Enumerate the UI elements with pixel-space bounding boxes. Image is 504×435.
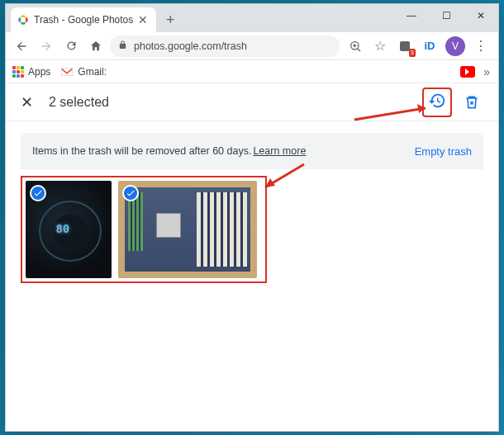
browser-tab[interactable]: Trash - Google Photos ✕ [11, 7, 156, 32]
maximize-button[interactable]: ☐ [429, 4, 464, 27]
apps-bookmark[interactable]: Apps [12, 66, 50, 78]
gmail-icon [60, 67, 74, 77]
bookmarks-overflow-icon[interactable]: » [483, 65, 490, 78]
tab-title: Trash - Google Photos [34, 14, 133, 26]
browser-menu-button[interactable]: ⋮ [472, 38, 490, 54]
apps-grid-icon [12, 66, 24, 78]
forward-button[interactable] [36, 35, 57, 57]
apps-label: Apps [28, 66, 50, 78]
selection-count-text: 2 selected [49, 95, 422, 110]
photo-thumbnail-1[interactable] [26, 181, 112, 278]
lock-icon [118, 40, 127, 51]
photo-thumbnail-2[interactable] [118, 181, 257, 278]
gmail-label: Gmail: [78, 66, 107, 78]
profile-avatar[interactable]: V [445, 36, 465, 56]
back-button[interactable] [11, 35, 32, 57]
browser-window: Trash - Google Photos ✕ + — ☐ ✕ photos.g… [5, 3, 499, 432]
minimize-button[interactable]: — [394, 4, 429, 27]
avatar-initial: V [452, 40, 459, 52]
close-selection-button[interactable]: ✕ [21, 93, 40, 111]
photo-grid-selection [21, 176, 267, 283]
notice-message: Items in the trash will be removed after… [32, 145, 251, 157]
url-text: photos.google.com/trash [134, 40, 247, 52]
zoom-indicator-icon[interactable] [346, 37, 364, 55]
window-controls: — ☐ ✕ [394, 4, 498, 27]
bookmarks-bar: Apps Gmail: » [6, 60, 498, 83]
reload-button[interactable] [60, 35, 82, 57]
url-field[interactable]: photos.google.com/trash [110, 35, 340, 57]
photo-content-motherboard [118, 181, 257, 278]
youtube-bookmark-icon[interactable] [460, 66, 475, 78]
content-area: Items in the trash will be removed after… [6, 121, 498, 431]
close-window-button[interactable]: ✕ [464, 4, 498, 27]
google-photos-favicon-icon [17, 14, 29, 26]
trash-notice-bar: Items in the trash will be removed after… [21, 133, 483, 169]
restore-icon [428, 92, 446, 113]
bookmark-star-icon[interactable]: ☆ [371, 37, 389, 55]
selection-check-icon[interactable] [122, 185, 139, 201]
svg-line-1 [358, 48, 360, 50]
titlebar: Trash - Google Photos ✕ + — ☐ ✕ [6, 4, 498, 32]
empty-trash-button[interactable]: Empty trash [415, 145, 472, 158]
learn-more-link[interactable]: Learn more [253, 145, 306, 157]
home-button[interactable] [85, 35, 107, 57]
address-right-controls: ☆ 3 iD V ⋮ [343, 36, 493, 56]
selection-check-icon[interactable] [30, 185, 46, 201]
restore-button[interactable] [422, 87, 452, 117]
new-tab-button[interactable]: + [159, 9, 181, 31]
gmail-bookmark[interactable]: Gmail: [60, 66, 107, 78]
address-bar: photos.google.com/trash ☆ 3 iD V ⋮ [6, 32, 498, 60]
extension-badge: 3 [409, 49, 416, 57]
extension-icon-1[interactable]: 3 [396, 37, 414, 55]
extension-icon-2[interactable]: iD [421, 37, 439, 55]
tab-close-icon[interactable]: ✕ [138, 14, 150, 26]
delete-forever-button[interactable] [460, 94, 483, 111]
selection-toolbar: ✕ 2 selected [6, 83, 498, 121]
